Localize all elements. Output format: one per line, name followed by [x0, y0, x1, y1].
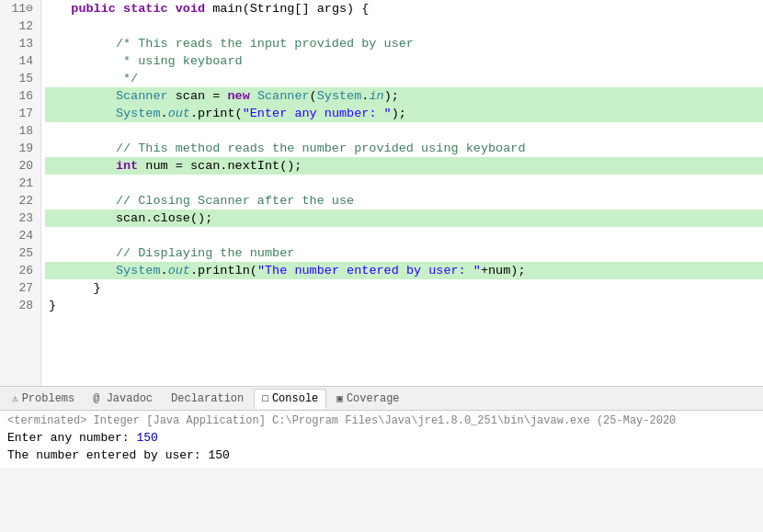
tab-console[interactable]: □Console: [254, 389, 326, 409]
token-normal: [116, 2, 123, 16]
tab-label: Problems: [22, 391, 75, 407]
line-number: 24: [7, 227, 33, 244]
token-indent3: [49, 159, 116, 173]
token-indent3: [49, 37, 116, 51]
code-line: [45, 122, 763, 140]
token-normal: }: [94, 281, 101, 295]
token-comment: * using keyboard: [123, 54, 243, 68]
token-normal: );: [384, 89, 399, 103]
token-kw-static: static: [123, 2, 168, 16]
token-comment: // Displaying the number: [116, 246, 294, 260]
code-line: System.out.print("Enter any number: ");: [45, 105, 763, 122]
token-cls: Scanner: [116, 89, 168, 103]
code-line: }: [45, 279, 763, 297]
line-number: 13: [7, 35, 33, 52]
code-lines: public static void main(String[] args) {…: [41, 0, 763, 386]
token-indent3: [49, 264, 116, 277]
enter-value: 150: [136, 431, 157, 445]
line-number: 15: [7, 70, 33, 87]
token-indent3: [49, 89, 116, 103]
code-line: [45, 227, 763, 244]
line-number: 22: [7, 192, 33, 209]
token-comment: // This method reads the number provided…: [116, 141, 526, 155]
tab-label: Coverage: [347, 391, 400, 407]
line-number: 16: [7, 87, 33, 105]
token-comment: */: [123, 72, 138, 85]
tab-label: @ Javadoc: [93, 391, 153, 407]
code-editor: 11⊖1213141516171819202122232425262728 pu…: [0, 0, 763, 386]
token-indent3: [49, 107, 116, 120]
token-normal: [250, 89, 257, 103]
bottom-panel: ⚠Problems@ JavadocDeclaration□Console▣Co…: [0, 386, 763, 532]
line-number: 21: [7, 175, 33, 192]
tab-icon: ▣: [336, 391, 343, 407]
token-cls: System: [116, 264, 161, 277]
token-indent3: [49, 211, 116, 225]
token-normal: scan =: [168, 89, 228, 103]
token-dot: .: [190, 264, 198, 277]
token-dot: .: [161, 264, 168, 277]
tab-label: Declaration: [171, 391, 244, 407]
line-number: 11⊖: [7, 0, 33, 17]
token-cls: Scanner: [257, 89, 310, 103]
line-number: 28: [7, 297, 33, 314]
token-normal: scan.close();: [116, 211, 212, 225]
token-indent2: [49, 281, 94, 295]
token-normal: print(: [198, 107, 243, 120]
code-line: }: [45, 297, 763, 314]
console-output: <terminated> Integer [Java Application] …: [0, 411, 763, 468]
token-normal: );: [392, 107, 406, 120]
tab-javadoc[interactable]: @ Javadoc: [85, 389, 161, 409]
tab-declaration[interactable]: Declaration: [163, 389, 252, 409]
code-line: Scanner scan = new Scanner(System.in);: [45, 87, 763, 105]
tab-problems[interactable]: ⚠Problems: [4, 389, 83, 409]
line-number: 26: [7, 262, 33, 279]
token-normal: println(: [198, 264, 257, 277]
code-line: System.out.println("The number entered b…: [45, 262, 763, 279]
token-string: "The number entered by user: ": [257, 264, 481, 277]
line-number: 27: [7, 279, 33, 297]
tab-icon: □: [262, 391, 268, 407]
console-line-2: The number entered by user: 150: [7, 447, 756, 464]
token-cls: System: [116, 107, 161, 120]
code-line: [45, 175, 763, 192]
line-number: 14: [7, 52, 33, 70]
token-kw-void: void: [176, 2, 205, 16]
tab-icon: ⚠: [12, 391, 18, 407]
console-line-1: Enter any number: 150: [7, 429, 756, 447]
token-normal: main(String[] args) {: [205, 2, 369, 16]
code-line: // Closing Scanner after the use: [45, 192, 763, 209]
line-number: 20: [7, 157, 33, 175]
token-normal: (: [310, 89, 317, 103]
line-numbers: 11⊖1213141516171819202122232425262728: [0, 0, 41, 386]
code-line: * using keyboard: [45, 52, 763, 70]
token-indent3: [49, 194, 116, 208]
token-cls: System: [317, 89, 362, 103]
token-kw-int: int: [116, 159, 138, 173]
code-line: /* This reads the input provided by user: [45, 35, 763, 52]
code-line: */: [45, 70, 763, 87]
token-field-out: out: [168, 107, 190, 120]
token-normal: +num);: [481, 264, 526, 277]
token-string: "Enter any number: ": [243, 107, 392, 120]
token-normal: }: [49, 299, 56, 312]
line-number: 18: [7, 122, 33, 140]
code-line: public static void main(String[] args) {: [45, 0, 763, 17]
line-number: 23: [7, 209, 33, 227]
token-indent3: [49, 141, 116, 155]
code-line: int num = scan.nextInt();: [45, 157, 763, 175]
tab-label: Console: [272, 391, 318, 407]
code-line: [45, 17, 763, 35]
tabs-bar: ⚠Problems@ JavadocDeclaration□Console▣Co…: [0, 387, 763, 411]
token-indent2: [49, 2, 71, 16]
line-number: 17: [7, 105, 33, 122]
token-comment: /* This reads the input provided by user: [116, 37, 414, 51]
line-number: 12: [7, 17, 33, 35]
token-indent3: [49, 54, 123, 68]
enter-label: Enter any number:: [7, 431, 136, 445]
tab-coverage[interactable]: ▣Coverage: [328, 389, 407, 409]
token-kw-public: public: [71, 2, 116, 16]
line-number: 25: [7, 244, 33, 262]
token-normal: [168, 2, 176, 16]
terminated-line: <terminated> Integer [Java Application] …: [7, 414, 756, 427]
